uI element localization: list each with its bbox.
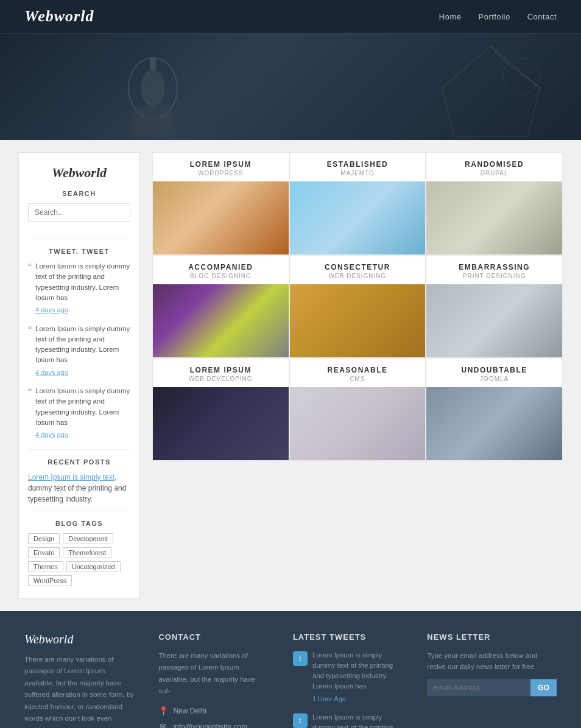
footer-newsletter-col: NEWS LETTER Type your email address belo… (427, 632, 557, 729)
twitter-icon-2: t (293, 713, 308, 728)
blog-tags-title: BLOG TAGS (28, 520, 130, 527)
recent-posts-link[interactable]: Lorem Ipsum is simply text, (28, 473, 116, 481)
tweet-item-2: “ Lorem Ipsum is simply dummy text of th… (28, 324, 130, 378)
sidebar-divider-3 (28, 511, 130, 511)
footer-email: ✉ info@yourwebsite.com (158, 722, 268, 728)
footer-tweets-title: LATEST TWEETS (293, 632, 403, 642)
footer-contact-col: CONTACT There are many variations of pas… (158, 632, 268, 729)
portfolio-header-1: LOREM IPSUM WORDPRESS (153, 153, 289, 181)
portfolio-subtitle-5: WEB DESIGNING (293, 273, 423, 279)
nav-contact[interactable]: Contact (527, 12, 557, 21)
portfolio-image-7 (153, 387, 289, 460)
footer: Webworld There are many variations of pa… (0, 611, 581, 729)
portfolio-item-4[interactable]: ACCOMPANIED BLOG DESIGNING (152, 255, 289, 358)
search-section-title: SEARCH (28, 190, 130, 197)
tweet-section-title: TWEET. TWEET (28, 248, 130, 255)
newsletter-email-input[interactable] (427, 679, 530, 696)
sidebar-divider-2 (28, 449, 130, 450)
portfolio-image-9 (426, 387, 562, 460)
footer-address: 📍 New Delhi (158, 706, 268, 716)
portfolio-title-9: UNDOUBTABLE (429, 366, 559, 374)
twitter-icon-1: t (293, 651, 308, 666)
portfolio-item-1[interactable]: LOREM IPSUM WORDPRESS (152, 152, 289, 255)
header: Webworld Home Portfolio Contact (0, 0, 581, 33)
tag-themeforest[interactable]: Themeforest (63, 547, 111, 558)
tag-design[interactable]: Design (28, 533, 60, 544)
portfolio-title-1: LOREM IPSUM (156, 160, 286, 169)
tweet-quote-icon-3: “ (28, 387, 32, 440)
portfolio-subtitle-1: WORDPRESS (156, 170, 286, 177)
tweet-time-3[interactable]: 4 days ago (35, 430, 130, 440)
sidebar-logo: Webworld (28, 165, 130, 181)
portfolio-item-9[interactable]: UNDOUBTABLE JOOMLA (426, 358, 563, 461)
newsletter-submit-button[interactable]: GO (530, 679, 557, 696)
portfolio-image-3 (426, 181, 562, 254)
footer-newsletter-title: NEWS LETTER (427, 632, 557, 642)
portfolio-row-3: LOREM IPSUM WEB DEVELOPING REASONABLE CM… (152, 358, 563, 461)
nav-portfolio[interactable]: Portfolio (478, 12, 510, 21)
portfolio-image-6 (426, 284, 562, 357)
portfolio-header-8: REASONABLE CMS (290, 359, 426, 387)
portfolio-title-2: ESTABLISHED (293, 160, 423, 169)
footer-tweets-col: LATEST TWEETS t Lorem Ipsum is simply du… (293, 632, 403, 729)
header-logo: Webworld (24, 7, 94, 26)
footer-about-col: Webworld There are many variations of pa… (24, 632, 134, 729)
portfolio-title-3: RANDOMISED (429, 160, 559, 169)
portfolio-image-1 (153, 181, 289, 254)
tag-wordpress[interactable]: WordPress (28, 575, 72, 586)
portfolio-title-7: LOREM IPSUM (156, 366, 286, 374)
portfolio-header-7: LOREM IPSUM WEB DEVELOPING (153, 359, 289, 387)
portfolio-title-8: REASONABLE (293, 366, 423, 374)
recent-posts-title: RECENT POSTS (28, 458, 130, 466)
portfolio-subtitle-6: PRINT DESIGNING (429, 273, 559, 279)
portfolio-item-6[interactable]: EMBARRASSING PRINT DESIGNING (426, 255, 563, 358)
tag-themes[interactable]: Themes (28, 561, 63, 572)
tweet-quote-icon-1: “ (28, 262, 32, 315)
portfolio-grid: LOREM IPSUM WORDPRESS ESTABLISHED MAJEMT… (152, 152, 563, 599)
portfolio-subtitle-7: WEB DEVELOPING (156, 376, 286, 382)
footer-description: There are many variations of passages of… (24, 654, 134, 729)
portfolio-item-2[interactable]: ESTABLISHED MAJEMTO (289, 152, 426, 255)
footer-tweet-2: t Lorem Ipsum is simply dummy text of th… (293, 712, 403, 728)
svg-rect-4 (147, 111, 159, 136)
portfolio-header-9: UNDOUBTABLE JOOMLA (426, 359, 562, 387)
tweet-time-2[interactable]: 4 days ago (35, 368, 130, 378)
svg-point-7 (503, 58, 540, 94)
svg-rect-3 (150, 58, 156, 70)
search-input[interactable] (28, 203, 130, 222)
nav-home[interactable]: Home (439, 12, 462, 21)
portfolio-header-6: EMBARRASSING PRINT DESIGNING (426, 256, 562, 284)
svg-rect-5 (129, 111, 138, 136)
portfolio-item-5[interactable]: CONSECTETUR WEB DESIGNING (289, 255, 426, 358)
portfolio-image-4 (153, 284, 289, 357)
portfolio-title-5: CONSECTETUR (293, 263, 423, 271)
portfolio-item-7[interactable]: LOREM IPSUM WEB DEVELOPING (152, 358, 289, 461)
email-icon: ✉ (158, 722, 168, 728)
sidebar: Webworld SEARCH TWEET. TWEET “ Lorem Ips… (18, 152, 140, 599)
tweet-content-2: Lorem Ipsum is simply dummy text of the … (35, 324, 130, 378)
portfolio-item-3[interactable]: RANDOMISED DRUPAL (426, 152, 563, 255)
portfolio-item-8[interactable]: REASONABLE CMS (289, 358, 426, 461)
portfolio-title-4: ACCOMPANIED (156, 263, 286, 271)
tweet-time-1[interactable]: 4 days ago (35, 305, 130, 315)
tweet-item-1: “ Lorem Ipsum is simply dummy text of th… (28, 261, 130, 315)
portfolio-subtitle-9: JOOMLA (429, 376, 559, 382)
footer-logo: Webworld (24, 632, 134, 646)
tag-envato[interactable]: Envato (28, 547, 60, 558)
footer-grid: Webworld There are many variations of pa… (24, 632, 557, 729)
footer-tweet-1: t Lorem Ipsum is simply dummy text of th… (293, 650, 403, 704)
tweet-content-1: Lorem Ipsum is simply dummy text of the … (35, 261, 130, 315)
portfolio-row-1: LOREM IPSUM WORDPRESS ESTABLISHED MAJEMT… (152, 152, 563, 255)
hero-banner (0, 33, 581, 140)
portfolio-subtitle-4: BLOG DESIGNING (156, 273, 286, 279)
main-content: Webworld SEARCH TWEET. TWEET “ Lorem Ips… (0, 140, 581, 611)
portfolio-row-2: ACCOMPANIED BLOG DESIGNING CONSECTETUR W… (152, 255, 563, 358)
tweet-quote-icon-2: “ (28, 325, 32, 378)
portfolio-header-3: RANDOMISED DRUPAL (426, 153, 562, 181)
recent-posts-content: Lorem Ipsum is simply text, dummy text o… (28, 472, 130, 505)
tag-development[interactable]: Development (63, 533, 113, 544)
tag-uncategorized[interactable]: Uncategorized (66, 561, 121, 572)
footer-tweet-time-1: 1 Hour Ago (312, 694, 403, 704)
portfolio-image-8 (290, 387, 426, 460)
hero-structure-icon (430, 40, 552, 137)
